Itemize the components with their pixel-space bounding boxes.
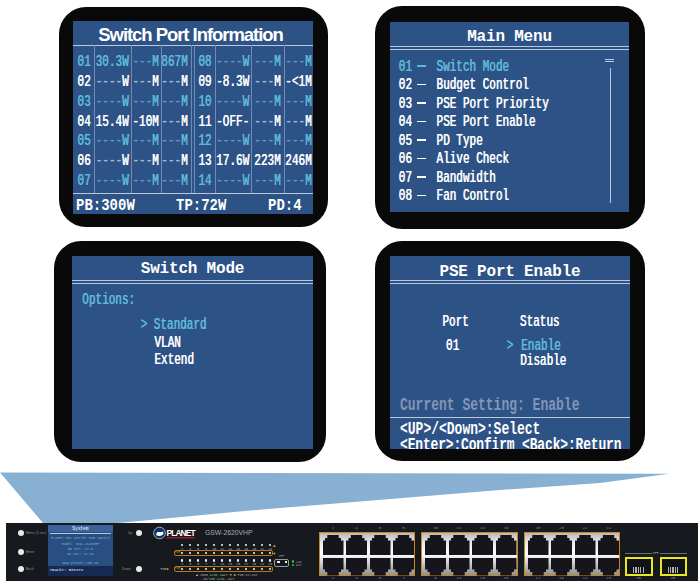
- svg-text:PLANET: PLANET: [167, 528, 197, 538]
